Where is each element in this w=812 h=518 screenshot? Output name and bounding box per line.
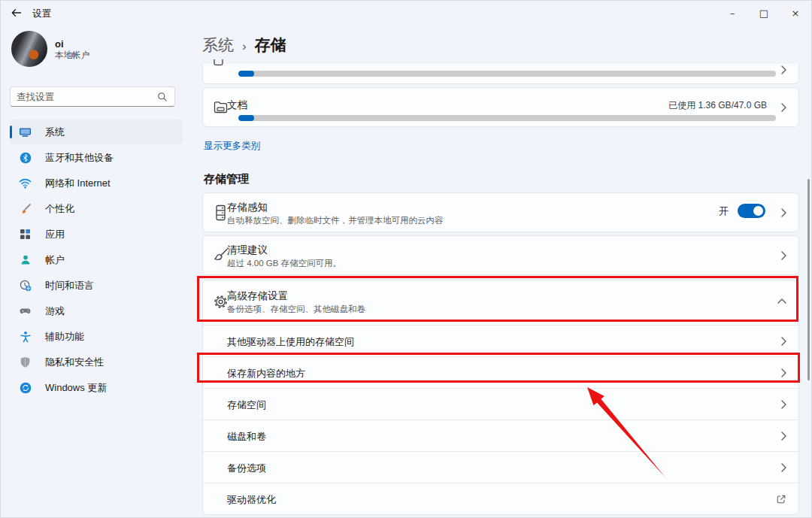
account-type: 本地帐户 [55, 50, 89, 60]
scrollbar-thumb[interactable] [807, 179, 810, 380]
breadcrumb-parent[interactable]: 系统 [202, 35, 234, 56]
paintbrush-icon [19, 202, 32, 215]
search-box[interactable] [10, 86, 175, 107]
accessibility-person-icon [19, 330, 32, 343]
sidebar-item-personalization[interactable]: 个性化 [10, 196, 183, 221]
sidebar-item-windows-update[interactable]: Windows 更新 [10, 375, 183, 400]
chevron-right-icon [781, 65, 786, 74]
chevron-right-icon [781, 208, 786, 217]
toggle-state-label: 开 [719, 204, 729, 218]
sidebar-nav: 系统 蓝牙和其他设备 网络和 Internet 个性化 [10, 120, 183, 401]
chevron-right-icon [781, 463, 786, 472]
sidebar-item-accessibility[interactable]: 辅助功能 [10, 324, 183, 349]
partial-usage-bar [238, 71, 776, 77]
back-button[interactable] [10, 6, 23, 20]
maximize-button[interactable]: □ [748, 1, 780, 25]
update-icon [19, 381, 32, 394]
sidebar-item-privacy-security[interactable]: 隐私和安全性 [10, 350, 183, 374]
chevron-right-icon [781, 368, 786, 377]
settings-window: 设置 – □ × oi 本地帐户 [0, 0, 812, 518]
sidebar-item-gaming[interactable]: 游戏 [10, 298, 183, 323]
chevron-right-icon [781, 400, 786, 409]
subitem-disks-volumes[interactable]: 磁盘和卷 [203, 420, 798, 451]
cleanup-description: 超过 4.00 GB 存储空间可用。 [227, 258, 341, 269]
gear-icon [213, 294, 229, 310]
sidebar: oi 本地帐户 系统 蓝牙和其他设备 [1, 25, 192, 517]
sidebar-item-bluetooth-devices[interactable]: 蓝牙和其他设备 [10, 145, 183, 170]
cleanup-recommendations-row[interactable]: 清理建议 超过 4.00 GB 存储空间可用。 [202, 235, 799, 275]
usage-text: 已使用 1.36 GB/47.0 GB [668, 99, 767, 112]
subitem-storage-spaces[interactable]: 存储空间 [203, 388, 798, 420]
sidebar-item-accounts[interactable]: 帐户 [10, 247, 183, 272]
user-name: oi [55, 38, 89, 50]
chevron-right-icon [781, 251, 786, 260]
shield-icon [19, 356, 32, 368]
storage-sense-toggle[interactable] [738, 204, 765, 218]
section-title: 存储管理 [204, 172, 799, 186]
storage-sense-row[interactable]: 存储感知 自动释放空间、删除临时文件，并管理本地可用的云内容 开 [202, 192, 799, 232]
toggle-knob [753, 206, 763, 216]
close-button[interactable]: × [780, 1, 811, 25]
bluetooth-icon [19, 151, 32, 164]
search-input[interactable] [11, 92, 157, 102]
gamepad-icon [19, 304, 32, 317]
selected-accent-bar [10, 126, 12, 138]
chevron-right-icon [781, 103, 786, 112]
search-icon [157, 92, 168, 102]
storage-sense-description: 自动释放空间、删除临时文件，并管理本地可用的云内容 [227, 215, 444, 226]
subitem-backup-options[interactable]: 备份选项 [203, 451, 798, 483]
wifi-icon [19, 177, 32, 189]
breadcrumb: 系统 › 存储 [202, 35, 286, 56]
sidebar-item-network-internet[interactable]: 网络和 Internet [10, 171, 183, 195]
avatar [11, 31, 47, 67]
category-label: 文档 [227, 98, 247, 112]
advanced-storage-description: 备份选项、存储空间、其他磁盘和卷 [227, 304, 365, 315]
page-title: 存储 [255, 35, 286, 56]
breadcrumb-separator: › [242, 39, 247, 54]
titlebar: 设置 – □ × [1, 1, 811, 25]
advanced-storage-title: 高级存储设置 [227, 289, 288, 303]
chevron-right-icon [781, 337, 786, 346]
sidebar-item-system[interactable]: 系统 [10, 120, 183, 144]
person-icon [19, 253, 32, 266]
system-icon [19, 126, 32, 138]
advanced-storage-group: 高级存储设置 备份选项、存储空间、其他磁盘和卷 其他驱动器上使用的存储空间 保存… [202, 280, 799, 515]
storage-sense-title: 存储感知 [227, 201, 268, 214]
back-arrow-icon [10, 6, 23, 20]
sidebar-item-apps[interactable]: 应用 [10, 222, 183, 247]
chevron-up-icon [777, 298, 786, 304]
app-title: 设置 [32, 8, 51, 20]
storage-sense-icon [213, 204, 228, 221]
category-row-partial[interactable] [202, 64, 799, 84]
sidebar-item-time-language[interactable]: 时间和语言 [10, 273, 183, 298]
subitem-storage-other-drives[interactable]: 其他驱动器上使用的存储空间 [203, 325, 798, 356]
minimize-button[interactable]: – [717, 1, 748, 25]
main-content: 文档 已使用 1.36 GB/47.0 GB 显示更多类别 存储管理 存储感知 … [202, 64, 799, 515]
documents-usage-bar [238, 115, 776, 121]
cleanup-title: 清理建议 [227, 244, 268, 257]
subitem-drive-optimization[interactable]: 驱动器优化 [203, 483, 798, 514]
show-more-categories-link[interactable]: 显示更多类别 [204, 140, 260, 153]
category-row-documents[interactable]: 文档 已使用 1.36 GB/47.0 GB [202, 87, 799, 127]
chevron-right-icon [781, 432, 786, 441]
clock-globe-icon [19, 279, 32, 292]
user-profile[interactable]: oi 本地帐户 [11, 31, 89, 67]
apps-icon [19, 228, 32, 241]
documents-folder-icon [213, 99, 229, 115]
subitem-where-new-content-saved[interactable]: 保存新内容的地方 [203, 356, 798, 388]
external-link-icon [776, 494, 786, 504]
partial-category-icon [213, 59, 226, 68]
advanced-storage-header[interactable]: 高级存储设置 备份选项、存储空间、其他磁盘和卷 [203, 280, 798, 325]
